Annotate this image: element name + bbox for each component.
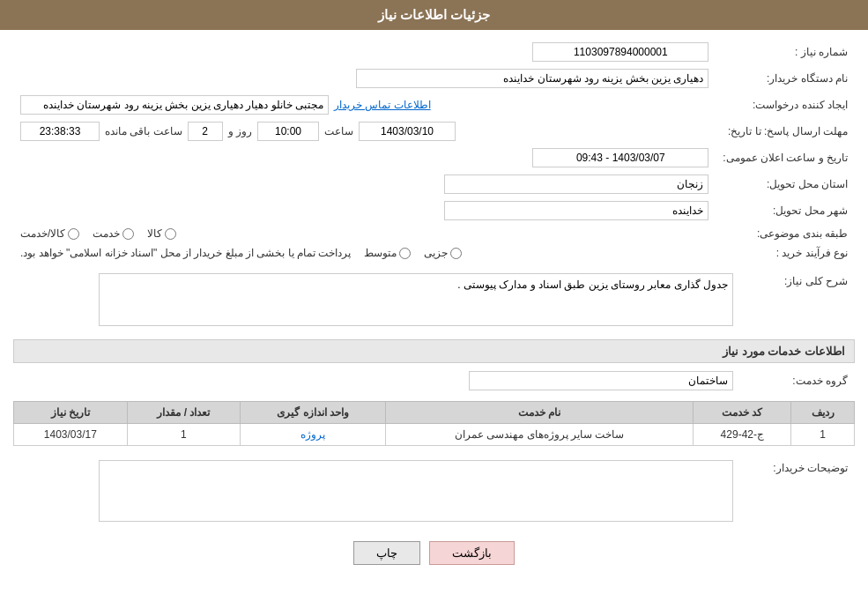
need-desc-value-cell: جدول گذاری معابر روستای یزین طبق اسناد و… [13, 270, 740, 332]
category-kala[interactable]: کالا [147, 227, 176, 240]
purchase-jozi[interactable]: جزیی [424, 247, 462, 259]
col-date: تاریخ نیاز [14, 402, 128, 424]
deadline-days-label: روز و [228, 125, 252, 137]
need-number-value-cell [13, 39, 716, 65]
col-row-num: ردیف [791, 402, 855, 424]
content-area: شماره نیاز : نام دستگاه خریدار: ایجاد کن… [0, 30, 868, 583]
deadline-row: مهلت ارسال پاسخ: تا تاریخ: ساعت باقی مان… [13, 118, 855, 145]
service-group-table: گروه خدمت: [13, 368, 855, 394]
buyer-org-row: نام دستگاه خریدار: [13, 65, 855, 92]
announcement-row: تاریخ و ساعت اعلان عمومی: [13, 145, 855, 171]
need-desc-label: شرح کلی نیاز: [740, 270, 855, 332]
province-value-cell [13, 171, 716, 197]
category-khedmat[interactable]: خدمت [93, 227, 134, 240]
category-khedmat-label: خدمت [93, 227, 120, 240]
category-value-cell: کالا/خدمت خدمت کالا [13, 224, 716, 243]
cell-date: 1403/03/17 [14, 424, 128, 446]
need-number-row: شماره نیاز : [13, 39, 855, 65]
deadline-time-label: ساعت [324, 125, 353, 137]
deadline-remaining-input[interactable] [20, 122, 100, 141]
category-kala-khedmat-radio[interactable] [68, 228, 79, 240]
creator-row: ایجاد کننده درخواست: اطلاعات تماس خریدار [13, 92, 855, 118]
purchase-type-label: نوع فرآیند خرید : [716, 243, 855, 263]
need-desc-area: جدول گذاری معابر روستای یزین طبق اسناد و… [20, 273, 733, 329]
buyer-desc-value-cell [13, 457, 740, 528]
creator-input[interactable] [20, 95, 329, 115]
purchase-motovaset[interactable]: متوسط [364, 247, 411, 259]
cell-service-code: ج-42-429 [694, 424, 791, 446]
deadline-value-cell: ساعت باقی مانده روز و ساعت [13, 118, 716, 145]
deadline-time-input[interactable] [257, 122, 319, 141]
page-wrapper: جزئیات اطلاعات نیاز شماره نیاز : نام دست… [0, 0, 868, 609]
purchase-motovaset-radio[interactable] [399, 248, 411, 259]
deadline-label: مهلت ارسال پاسخ: تا تاریخ: [716, 118, 855, 145]
city-label: شهر محل تحویل: [716, 197, 855, 224]
province-label: استان محل تحویل: [716, 171, 855, 197]
announcement-value-cell [13, 145, 716, 171]
deadline-date-input[interactable] [359, 122, 456, 141]
cell-quantity: 1 [127, 424, 241, 446]
print-button[interactable]: چاپ [353, 541, 420, 565]
purchase-type-row: نوع فرآیند خرید : پرداخت تمام یا بخشی از… [13, 243, 855, 263]
buyer-desc-label: توضیحات خریدار: [740, 457, 855, 528]
services-table-header: ردیف کد خدمت نام خدمت واحد اندازه گیری ت… [14, 402, 855, 424]
category-kala-khedmat-label: کالا/خدمت [20, 227, 65, 240]
creator-label: ایجاد کننده درخواست: [716, 92, 855, 118]
purchase-jozi-label: جزیی [424, 247, 448, 259]
buyer-org-input[interactable] [356, 69, 708, 88]
buyer-org-value-cell [13, 65, 716, 92]
cell-service-name: ساخت سایر پروژه‌های مهندسی عمران [385, 424, 693, 446]
category-kala-radio[interactable] [165, 228, 176, 240]
services-data-table: ردیف کد خدمت نام خدمت واحد اندازه گیری ت… [13, 401, 855, 446]
need-desc-row: شرح کلی نیاز: جدول گذاری معابر روستای یز… [13, 270, 855, 332]
service-group-label: گروه خدمت: [740, 368, 855, 394]
buyer-desc-textarea[interactable] [99, 460, 733, 522]
contact-link[interactable]: اطلاعات تماس خریدار [334, 99, 431, 111]
services-section-title: اطلاعات خدمات مورد نیاز [13, 339, 855, 363]
deadline-remaining-label: ساعت باقی مانده [105, 125, 182, 137]
col-unit: واحد اندازه گیری [241, 402, 386, 424]
creator-value-cell: اطلاعات تماس خریدار [13, 92, 716, 118]
announcement-label: تاریخ و ساعت اعلان عمومی: [716, 145, 855, 171]
col-quantity: تعداد / مقدار [127, 402, 241, 424]
province-input[interactable] [444, 175, 708, 194]
city-input[interactable] [444, 201, 708, 220]
cell-row-num: 1 [791, 424, 855, 446]
purchase-note: پرداخت تمام یا بخشی از مبلغ خریدار از مح… [20, 247, 351, 259]
purchase-jozi-radio[interactable] [450, 248, 462, 259]
city-value-cell [13, 197, 716, 224]
category-kala-label: کالا [147, 227, 162, 240]
page-title: جزئیات اطلاعات نیاز [378, 7, 490, 22]
service-group-input[interactable] [469, 371, 733, 390]
services-title-text: اطلاعات خدمات مورد نیاز [723, 345, 845, 358]
cell-unit: پروژه [241, 424, 386, 446]
category-kala-khedmat[interactable]: کالا/خدمت [20, 227, 79, 240]
service-group-row: گروه خدمت: [13, 368, 855, 394]
category-label: طبقه بندی موضوعی: [716, 224, 855, 243]
button-row: بازگشت چاپ [13, 541, 855, 565]
category-row: طبقه بندی موضوعی: کالا/خدمت خدمت [13, 224, 855, 243]
province-row: استان محل تحویل: [13, 171, 855, 197]
service-group-value-cell [13, 368, 740, 394]
need-number-input[interactable] [532, 42, 708, 62]
page-header: جزئیات اطلاعات نیاز [0, 0, 868, 30]
city-row: شهر محل تحویل: [13, 197, 855, 224]
need-desc-table: شرح کلی نیاز: جدول گذاری معابر روستای یز… [13, 270, 855, 332]
category-khedmat-radio[interactable] [122, 228, 134, 240]
table-row: 1 ج-42-429 ساخت سایر پروژه‌های مهندسی عم… [14, 424, 855, 446]
need-number-label: شماره نیاز : [716, 39, 855, 65]
announcement-input[interactable] [532, 148, 708, 167]
col-service-code: کد خدمت [694, 402, 791, 424]
deadline-days-input[interactable] [188, 122, 223, 141]
back-button[interactable]: بازگشت [429, 541, 515, 565]
purchase-type-value-cell: پرداخت تمام یا بخشی از مبلغ خریدار از مح… [13, 243, 716, 263]
info-table: شماره نیاز : نام دستگاه خریدار: ایجاد کن… [13, 39, 855, 263]
col-service-name: نام خدمت [385, 402, 693, 424]
need-desc-textarea[interactable]: جدول گذاری معابر روستای یزین طبق اسناد و… [99, 273, 733, 326]
buyer-desc-row: توضیحات خریدار: [13, 457, 855, 528]
purchase-motovaset-label: متوسط [364, 247, 397, 259]
buyer-org-label: نام دستگاه خریدار: [716, 65, 855, 92]
buyer-desc-table: توضیحات خریدار: [13, 457, 855, 528]
